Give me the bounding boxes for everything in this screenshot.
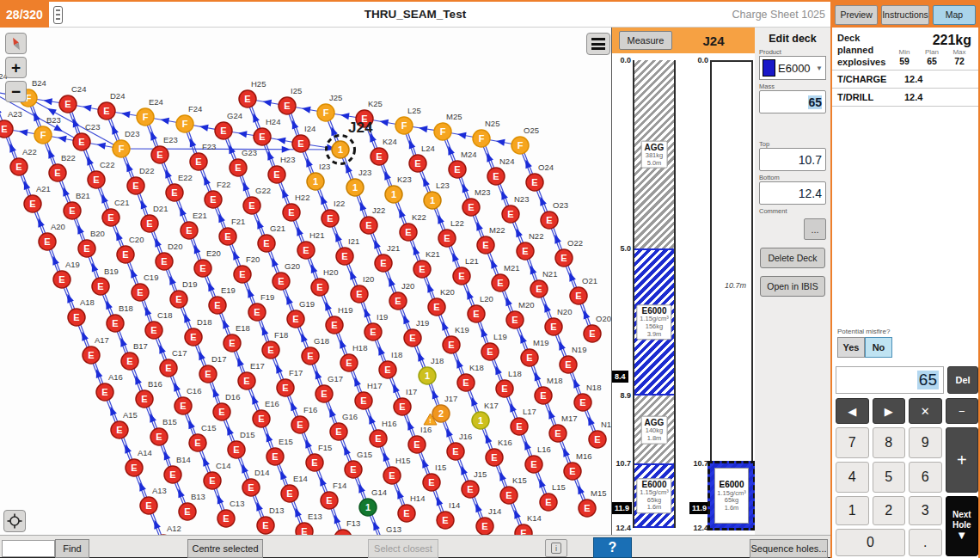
hole-B20[interactable]: E xyxy=(78,240,95,257)
hole-H24[interactable]: E xyxy=(254,128,271,145)
hole-H25[interactable]: E xyxy=(239,90,256,107)
hole-L16[interactable]: E xyxy=(525,456,542,473)
hole-B23[interactable]: F xyxy=(34,126,52,144)
hole-M19[interactable]: E xyxy=(521,349,538,366)
hole-G17[interactable]: E xyxy=(315,385,333,402)
hole-I16[interactable]: E xyxy=(408,436,426,453)
hole-D18[interactable]: E xyxy=(185,328,202,346)
hole-D15[interactable]: E xyxy=(228,441,245,458)
hole-A17[interactable]: E xyxy=(83,346,100,364)
key-0[interactable]: 0 xyxy=(836,529,905,556)
hole-K18[interactable]: E xyxy=(457,374,475,391)
key-dot[interactable]: . xyxy=(909,529,942,556)
hole-I17[interactable]: E xyxy=(394,398,411,415)
delete-deck-button[interactable]: Delete Deck xyxy=(760,248,825,268)
hole-F20[interactable]: E xyxy=(234,266,251,283)
key-3[interactable]: 3 xyxy=(909,496,942,525)
key-7[interactable]: 7 xyxy=(836,427,869,458)
hole-G22[interactable]: E xyxy=(243,197,260,214)
hole-B22[interactable]: E xyxy=(49,164,66,181)
hole-O21[interactable]: E xyxy=(570,287,587,304)
hole-J16[interactable]: E xyxy=(447,443,464,460)
misfire-yes-button[interactable]: Yes xyxy=(837,337,865,358)
hole-J18[interactable]: 1 xyxy=(419,367,436,384)
selected-deck-segment[interactable]: E60001.15g/cm³65kg1.6m xyxy=(707,461,756,530)
deck-segment-agg[interactable]: AGG140kg1.8m xyxy=(634,396,674,463)
tab-instructions[interactable]: Instructions xyxy=(881,5,929,25)
hole-C20[interactable]: E xyxy=(117,246,134,263)
hole-H14[interactable]: E xyxy=(398,505,415,522)
hole-E20[interactable]: E xyxy=(194,260,211,277)
hole-G24[interactable]: E xyxy=(215,122,232,139)
top-field[interactable]: 10.7 xyxy=(759,148,826,171)
hole-L20[interactable]: E xyxy=(468,305,485,322)
hole-A14[interactable]: E xyxy=(126,459,143,476)
hole-K19[interactable]: E xyxy=(443,336,460,353)
key-5[interactable]: 5 xyxy=(873,462,906,493)
hole-E21[interactable]: E xyxy=(181,222,198,239)
hole-C14[interactable]: E xyxy=(204,472,221,489)
hole-N18[interactable]: E xyxy=(574,394,591,411)
hole-C17[interactable]: E xyxy=(160,359,177,377)
hole-L18[interactable]: E xyxy=(496,380,513,397)
value-entry-field[interactable]: 65 xyxy=(836,366,944,394)
hole-H18[interactable]: E xyxy=(340,354,358,371)
hole-D13[interactable]: E xyxy=(257,517,274,534)
hole-L22[interactable]: E xyxy=(438,230,456,247)
product-select[interactable]: E6000 ▼ xyxy=(759,56,826,80)
hole-N23[interactable]: E xyxy=(502,205,519,223)
locate-button[interactable] xyxy=(3,510,26,532)
hole-I24[interactable]: E xyxy=(292,135,309,152)
hole-B15[interactable]: E xyxy=(150,428,168,445)
centre-selected-button[interactable]: Centre selected xyxy=(187,539,263,558)
hole-A20[interactable]: E xyxy=(39,233,56,250)
hole-K21[interactable]: E xyxy=(413,261,431,278)
sequence-holes-button[interactable]: Sequence holes... xyxy=(750,539,828,558)
open-ibis-button[interactable]: Open in IBIS xyxy=(760,276,825,297)
blast-map[interactable]: EEEEEEEEEEEEEEEEEEEEEEEFFEEEEEEEEEEEEEEE… xyxy=(0,28,612,535)
hole-M18[interactable]: E xyxy=(535,387,552,404)
hole-J24[interactable]: 1 xyxy=(332,141,349,158)
compass-button[interactable] xyxy=(5,33,27,54)
mass-field[interactable]: 65 xyxy=(759,90,826,113)
hole-C19[interactable]: E xyxy=(132,284,149,301)
hole-E23[interactable]: E xyxy=(151,146,168,163)
hole-F16[interactable]: E xyxy=(291,416,309,433)
hole-G21[interactable]: E xyxy=(258,235,275,252)
hole-A19[interactable]: E xyxy=(53,271,70,288)
hole-C24[interactable]: E xyxy=(59,95,77,113)
hole-I23[interactable]: 1 xyxy=(307,173,324,190)
key-4[interactable]: 4 xyxy=(836,462,869,493)
hole-A13[interactable]: E xyxy=(140,497,157,514)
hole-F17[interactable]: E xyxy=(277,379,294,396)
key-forward[interactable]: ▶ xyxy=(873,398,906,424)
hole-G23[interactable]: E xyxy=(230,159,247,176)
hole-D14[interactable]: E xyxy=(242,479,260,496)
hole-K16[interactable]: E xyxy=(486,449,503,466)
hole-B17[interactable]: E xyxy=(121,353,138,370)
hole-L24[interactable]: E xyxy=(409,155,426,172)
hole-G14[interactable]: 1 xyxy=(359,499,377,516)
hole-N21[interactable]: E xyxy=(530,280,548,297)
hole-M15[interactable]: E xyxy=(579,500,596,517)
hole-N19[interactable]: E xyxy=(560,356,577,373)
hole-G15[interactable]: E xyxy=(345,461,362,478)
hole-G16[interactable]: E xyxy=(330,423,347,440)
hole-J19[interactable]: E xyxy=(404,329,421,346)
help-button[interactable]: ? xyxy=(593,537,632,558)
hole-K20[interactable]: E xyxy=(428,298,445,316)
hole-L21[interactable]: E xyxy=(453,267,470,285)
hole-I20[interactable]: E xyxy=(351,285,368,303)
hole-A15[interactable]: E xyxy=(111,421,128,438)
hole-G20[interactable]: E xyxy=(273,273,290,290)
hole-I14[interactable]: E xyxy=(437,512,454,529)
hole-E17[interactable]: E xyxy=(238,372,255,389)
hole-J20[interactable]: E xyxy=(389,292,407,310)
hole-F14[interactable]: E xyxy=(321,492,338,509)
hole-C21[interactable]: E xyxy=(102,209,119,226)
hole-F24[interactable]: F xyxy=(176,115,193,132)
hole-H16[interactable]: E xyxy=(370,430,387,447)
hole-F21[interactable]: E xyxy=(219,228,236,245)
hole-N24[interactable]: E xyxy=(487,168,505,185)
hole-J23[interactable]: 1 xyxy=(346,179,364,196)
